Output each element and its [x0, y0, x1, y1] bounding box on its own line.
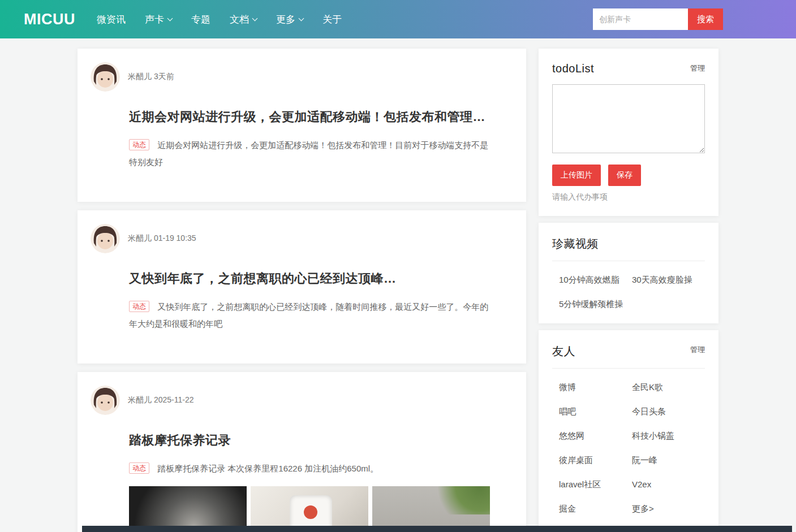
search-bar: 搜索 [593, 8, 723, 30]
friends-head: 友人 管理 [552, 344, 705, 359]
post-image-oil-bottle[interactable] [251, 486, 368, 532]
divider [552, 261, 705, 261]
post-image-gallery [129, 486, 490, 532]
favorite-videos-head: 珍藏视频 [552, 236, 705, 252]
video-link[interactable]: 30天高效瘦脸操 [632, 275, 705, 286]
todolist-hint: 请输入代办事项 [552, 192, 705, 202]
leaves-shape [433, 486, 490, 514]
favorite-videos-card: 珍藏视频 10分钟高效燃脂 30天高效瘦脸操 5分钟缓解颈椎操 [539, 223, 718, 323]
nav-item-label: 微资讯 [97, 13, 126, 26]
post-meta: 米醋儿 3天前 [128, 72, 174, 82]
post-image-ground[interactable] [372, 486, 490, 532]
post-author[interactable]: 米醋儿 [128, 233, 152, 243]
nav-item-guanyu[interactable]: 关于 [322, 13, 342, 26]
video-link-list: 10分钟高效燃脂 30天高效瘦脸操 5分钟缓解颈椎操 [552, 275, 705, 310]
footer [82, 526, 792, 532]
post-time: 3天前 [154, 72, 174, 81]
todolist-manage-link[interactable]: 管理 [690, 63, 705, 73]
main-nav: 微资讯 声卡 专题 文档 更多 关于 [97, 13, 593, 26]
friend-link[interactable]: 掘金 [559, 504, 632, 514]
post-tag[interactable]: 动态 [129, 301, 149, 312]
post-body: 近期会对网站进行升级，会更加适配移动端！包括发布和管理… 动态 近期会对网站进行… [129, 109, 490, 171]
nav-item-gengduo[interactable]: 更多 [276, 13, 303, 26]
friend-link[interactable]: 全民K歌 [632, 382, 705, 393]
video-link[interactable]: 10分钟高效燃脂 [559, 275, 632, 286]
nav-item-label: 关于 [322, 13, 342, 26]
nav-item-label: 声卡 [145, 13, 164, 26]
post-card: 米醋儿 01-19 10:35 又快到年底了，之前想离职的心已经到达顶峰… 动态… [78, 210, 526, 364]
todolist-title: todoList [552, 62, 594, 75]
post-title[interactable]: 近期会对网站进行升级，会更加适配移动端！包括发布和管理… [129, 109, 490, 126]
friend-link-list: 微博 全民K歌 唱吧 今日头条 悠悠网 科技小锅盖 彼岸桌面 阮一峰 larav… [552, 382, 705, 514]
nav-item-wendang[interactable]: 文档 [230, 13, 257, 26]
friend-link[interactable]: 悠悠网 [559, 431, 632, 442]
main-content: 米醋儿 3天前 近期会对网站进行升级，会更加适配移动端！包括发布和管理… 动态 … [78, 49, 718, 532]
nav-item-zhuanti[interactable]: 专题 [191, 13, 210, 26]
post-excerpt-text: 又快到年底了，之前想离职的心已经到达顶峰，随着时间推移，最近又好一些了。今年的年… [129, 302, 488, 328]
post-list: 米醋儿 3天前 近期会对网站进行升级，会更加适配移动端！包括发布和管理… 动态 … [78, 49, 526, 532]
todolist-buttons: 上传图片 保存 [552, 165, 705, 186]
divider [552, 368, 705, 369]
avatar[interactable] [91, 224, 120, 253]
post-excerpt-text: 踏板摩托保养记录 本次保养里程16226 加注机油约650ml。 [157, 464, 378, 473]
post-body: 又快到年底了，之前想离职的心已经到达顶峰… 动态 又快到年底了，之前想离职的心已… [129, 270, 490, 332]
post-title[interactable]: 又快到年底了，之前想离职的心已经到达顶峰… [129, 270, 490, 287]
post-excerpt-text: 近期会对网站进行升级，会更加适配移动端！包括发布和管理！目前对于移动端支持不是特… [129, 140, 488, 167]
friends-card: 友人 管理 微博 全民K歌 唱吧 今日头条 悠悠网 科技小锅盖 彼岸桌面 阮一峰… [539, 330, 718, 528]
chevron-down-icon [167, 15, 173, 21]
save-button[interactable]: 保存 [608, 165, 641, 186]
post-card: 米醋儿 3天前 近期会对网站进行升级，会更加适配移动端！包括发布和管理… 动态 … [78, 49, 526, 202]
post-image-motorcycle-underside[interactable] [129, 486, 247, 532]
friend-link[interactable]: 彼岸桌面 [559, 455, 632, 466]
todolist-textarea[interactable] [552, 84, 705, 153]
header: MICUU 微资讯 声卡 专题 文档 更多 关于 [0, 0, 796, 38]
post-tag[interactable]: 动态 [129, 139, 149, 150]
friend-link[interactable]: 今日头条 [632, 406, 705, 417]
post-author[interactable]: 米醋儿 [128, 72, 152, 81]
nav-item-label: 文档 [230, 13, 249, 26]
search-button[interactable]: 搜索 [688, 8, 723, 30]
nav-item-weizixun[interactable]: 微资讯 [97, 13, 126, 26]
friend-link[interactable]: laravel社区 [559, 479, 632, 490]
friend-link[interactable]: 唱吧 [559, 406, 632, 417]
video-link[interactable]: 5分钟缓解颈椎操 [559, 299, 632, 310]
post-excerpt: 动态 踏板摩托保养记录 本次保养里程16226 加注机油约650ml。 [129, 460, 490, 477]
post-title[interactable]: 踏板摩托保养记录 [129, 432, 490, 449]
avatar[interactable] [91, 386, 120, 415]
post-time: 01-19 10:35 [154, 233, 196, 243]
friend-link[interactable]: 科技小锅盖 [632, 431, 705, 442]
chevron-down-icon [252, 15, 258, 21]
post-card: 米醋儿 2025-11-22 踏板摩托保养记录 动态 踏板摩托保养记录 本次保养… [78, 372, 526, 532]
post-meta: 米醋儿 2025-11-22 [128, 395, 193, 405]
post-meta: 米醋儿 01-19 10:35 [128, 233, 196, 244]
friend-link[interactable]: 阮一峰 [632, 455, 705, 466]
friend-link[interactable]: 微博 [559, 382, 632, 393]
favorite-videos-title: 珍藏视频 [552, 236, 599, 252]
chevron-down-icon [299, 15, 304, 21]
nav-item-label: 专题 [191, 13, 210, 26]
post-head: 米醋儿 3天前 [91, 62, 513, 92]
todolist-head: todoList 管理 [552, 62, 705, 75]
post-head: 米醋儿 01-19 10:35 [91, 224, 513, 253]
nav-item-label: 更多 [276, 13, 295, 26]
post-body: 踏板摩托保养记录 动态 踏板摩托保养记录 本次保养里程16226 加注机油约65… [129, 432, 490, 532]
post-time: 2025-11-22 [154, 395, 194, 404]
logo[interactable]: MICUU [24, 11, 75, 28]
friends-title: 友人 [552, 344, 575, 359]
search-input[interactable] [593, 8, 688, 30]
upload-image-button[interactable]: 上传图片 [552, 165, 601, 186]
friend-link[interactable]: 更多> [632, 504, 705, 514]
nav-item-shengka[interactable]: 声卡 [145, 13, 172, 26]
post-excerpt: 动态 近期会对网站进行升级，会更加适配移动端！包括发布和管理！目前对于移动端支持… [129, 137, 490, 171]
avatar[interactable] [91, 62, 120, 92]
post-author[interactable]: 米醋儿 [128, 395, 152, 404]
friend-link[interactable]: V2ex [632, 479, 705, 490]
oil-bottle-cap-sticker [304, 505, 317, 519]
page: MICUU 微资讯 声卡 专题 文档 更多 关于 [0, 0, 796, 532]
post-excerpt: 动态 又快到年底了，之前想离职的心已经到达顶峰，随着时间推移，最近又好一些了。今… [129, 299, 490, 332]
sidebar: todoList 管理 上传图片 保存 请输入代办事项 珍藏视频 10分钟高效燃… [539, 49, 718, 532]
friends-manage-link[interactable]: 管理 [690, 345, 705, 355]
post-tag[interactable]: 动态 [129, 462, 149, 474]
todolist-card: todoList 管理 上传图片 保存 请输入代办事项 [539, 49, 718, 216]
post-head: 米醋儿 2025-11-22 [91, 386, 513, 415]
